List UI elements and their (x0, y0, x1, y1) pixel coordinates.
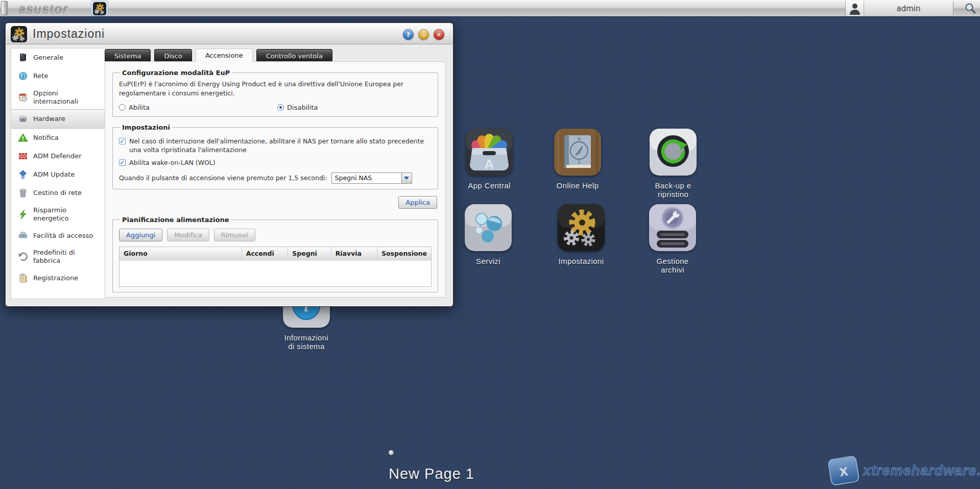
help-button[interactable]: ? (403, 29, 414, 40)
calendar-clock-icon (18, 92, 28, 103)
checkbox-label: Abilita wake-on-LAN (WOL) (129, 159, 216, 167)
checkbox-wol[interactable]: Abilita wake-on-LAN (WOL) (119, 159, 432, 167)
sidebar-item-generale[interactable]: Generale (11, 48, 106, 67)
taskbar-item-impostazioni[interactable] (91, 1, 108, 16)
eup-fieldset: Configurazione modalità EuP EuP(ErP) è l… (112, 69, 438, 117)
sidebar-item-predefiniti-di-fabbrica[interactable]: Predefiniti di fabbrica (11, 244, 106, 268)
sidebar-item-label: Opzioni internazionali (33, 89, 103, 105)
storage-manager-icon (649, 204, 696, 251)
sidebar-item-hardware[interactable]: Hardware (11, 109, 106, 129)
desktop-icon-backup[interactable]: Back-up e ripristino (649, 129, 698, 199)
radio-disabilita[interactable]: Disabilita (277, 104, 318, 111)
undo-arrow-icon (18, 252, 28, 262)
sidebar-item-adm-update[interactable]: ADM Update (11, 165, 106, 184)
edit-button[interactable]: Modifica (167, 229, 209, 241)
select-value: Spegni NAS (332, 173, 401, 183)
clipboard-icon (18, 273, 28, 283)
column-header-accendi: Accendi (242, 247, 288, 260)
desktop-icon-label: Informazioni di sistema (282, 333, 331, 351)
desktop-icon-servizi[interactable]: Servizi (464, 204, 513, 265)
close-button[interactable]: ✕ (434, 29, 444, 40)
schedule-empty-row (119, 260, 432, 286)
minimize-button[interactable]: − (418, 29, 429, 40)
page-title: New Page 1 (357, 466, 506, 482)
xtremehardware-logo-icon: x (827, 455, 859, 486)
add-button[interactable]: Aggiungi (119, 229, 162, 241)
sidebar-item-label: Notifica (33, 134, 59, 142)
sidebar-item-opzioni-internazionali[interactable]: Opzioni internazionali (11, 85, 106, 109)
eup-description: EuP(ErP) è l'acronimo di Energy Using Pr… (119, 80, 432, 97)
eup-legend: Configurazione modalità EuP (120, 69, 232, 77)
checkbox-checked-icon (119, 159, 126, 166)
sidebar-item-label: Registrazione (33, 274, 78, 282)
desktop-icon-app-central[interactable]: A App Central (465, 129, 514, 190)
schedule-header-row: Giorno Accendi Spegni Riavvia Sospension… (119, 247, 432, 260)
radio-abilita[interactable]: Abilita (119, 104, 150, 111)
checkbox-label: Nel caso di interruzione dell'alimentazi… (129, 137, 432, 155)
avatar (846, 1, 864, 16)
accensione-panel: Configurazione modalità EuP EuP(ErP) è l… (105, 61, 446, 298)
apply-row: Applica (113, 196, 437, 209)
sidebar-item-label: Facilità di accesso (33, 232, 93, 240)
window-title: Impostazioni (33, 27, 105, 41)
sidebar-item-registrazione[interactable]: Registrazione (11, 269, 106, 287)
desktop-icon-label: Servizi (464, 257, 513, 265)
apply-button[interactable]: Applica (398, 196, 437, 209)
settings-gear-icon (11, 26, 27, 42)
tab-sistema[interactable]: Sistema (105, 49, 151, 62)
svg-text:S: S (578, 160, 581, 165)
sidebar-item-risparmio-energetico[interactable]: Risparmio energetico (11, 202, 106, 226)
search-button[interactable] (964, 2, 977, 15)
window-titlebar[interactable]: Impostazioni ? − ✕ (6, 23, 452, 44)
impostazioni-legend: Impostazioni (120, 124, 172, 131)
sidebar-item-label: Cestino di rete (33, 189, 82, 197)
sidebar-item-label: Hardware (33, 115, 65, 123)
sidebar-item-rete[interactable]: Rete (11, 67, 106, 85)
radio-label: Disabilita (287, 104, 318, 111)
firewall-brick-icon (18, 151, 28, 161)
sidebar-item-label: Generale (33, 54, 63, 62)
column-header-giorno: Giorno (119, 247, 242, 260)
desktop-icon-label: App Central (465, 181, 514, 190)
user-menu[interactable]: admin (845, 1, 953, 16)
schedule-fieldset: Pianificazione alimentazione Aggiungi Mo… (112, 216, 438, 292)
server-icon (18, 53, 28, 63)
schedule-legend: Pianificazione alimentazione (120, 216, 231, 224)
user-silhouette-icon (849, 3, 861, 15)
column-header-sospensione: Sospensione (377, 247, 431, 260)
access-device-icon (18, 230, 28, 240)
services-icon (465, 204, 512, 251)
checkbox-power-resume[interactable]: Nel caso di interruzione dell'alimentazi… (119, 137, 432, 155)
desktop-icon-gestione-archivi[interactable]: Gestione archivi (648, 204, 697, 275)
sidebar-item-notifica[interactable]: Notifica (11, 129, 106, 147)
remove-button[interactable]: Rimuovi (214, 229, 255, 241)
sidebar-item-label: Predefiniti di fabbrica (33, 249, 103, 264)
tab-accensione[interactable]: Accensione (196, 48, 253, 62)
search-icon (964, 3, 976, 15)
power-button-label: Quando il pulsante di accensione viene p… (119, 174, 327, 182)
chevron-down-icon (404, 177, 409, 180)
backup-restore-icon (650, 129, 697, 176)
sidebar-item-label: Risparmio energetico (33, 206, 103, 222)
eup-radio-group: Abilita Disabilita (119, 104, 432, 111)
svg-text:A: A (485, 157, 494, 172)
desktop-icon-online-help[interactable]: N S Online Help (553, 129, 602, 190)
taskbar-handle[interactable] (1, 1, 8, 15)
sidebar-item-adm-defender[interactable]: ADM Defender (11, 147, 106, 165)
power-action-select[interactable]: Spegni NAS (331, 173, 412, 184)
app-central-icon: A (466, 129, 513, 176)
tab-disco[interactable]: Disco (154, 49, 192, 62)
settings-sidebar: Generale Rete Opzioni (11, 48, 106, 299)
sidebar-item-facilita-di-accesso[interactable]: Facilità di accesso (11, 226, 106, 244)
globe-icon (18, 71, 28, 81)
column-header-riavvia: Riavvia (331, 247, 377, 260)
select-dropdown-button[interactable] (401, 173, 412, 183)
online-help-icon: N S (554, 129, 601, 176)
sidebar-item-cestino-di-rete[interactable]: Cestino di rete (11, 184, 106, 202)
desktop-icon-impostazioni[interactable]: Impostazioni (557, 204, 606, 265)
column-header-spegni: Spegni (288, 247, 331, 260)
power-button-row: Quando il pulsante di accensione viene p… (119, 173, 432, 184)
impostazioni-window: Impostazioni ? − ✕ Generale (5, 22, 453, 307)
desktop-icon-label: Back-up e ripristino (649, 181, 698, 199)
tab-controllo-ventola[interactable]: Controllo ventola (256, 49, 332, 62)
